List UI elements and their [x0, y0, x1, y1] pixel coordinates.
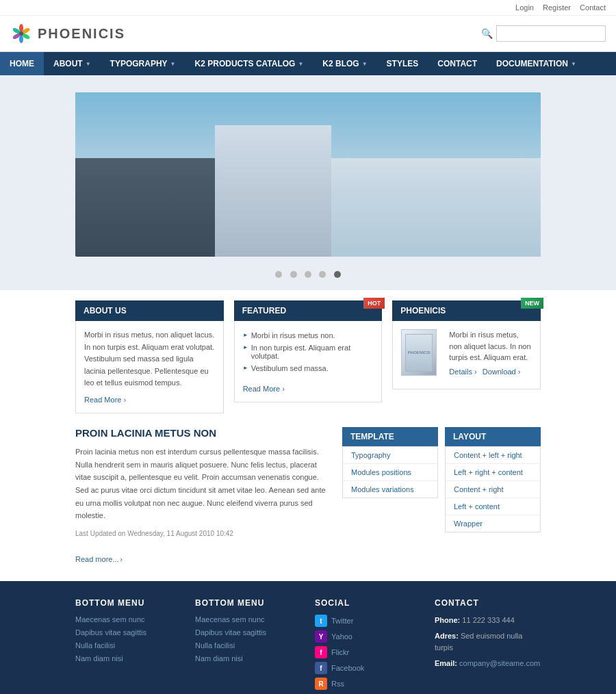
- slider-dot-3[interactable]: [305, 271, 311, 278]
- footer-contact: CONTACT Phone: 11 222 333 444 Adres: Sed…: [435, 598, 541, 693]
- email-label: Email:: [435, 659, 457, 667]
- about-card: ABOUT US Morbi in risus metus, non aliqu…: [75, 300, 224, 413]
- slider-dots: [0, 264, 616, 287]
- main-side-section: PROIN LACINIA METUS NON Proin lacinia me…: [75, 427, 541, 564]
- footer-m1-link-1[interactable]: Maecenas sem nunc: [75, 615, 145, 624]
- slider-dot-4[interactable]: [319, 271, 326, 278]
- footer-menu1-title: BOTTOM MENU: [75, 598, 181, 608]
- phoenicis-card-inner: PHOENICIS Morbi in risus metus, non aliq…: [401, 329, 532, 381]
- nav-k2blog-arrow: ▼: [362, 61, 368, 67]
- featured-card: FEATURED HOT Morbi in risus metus non. I…: [234, 300, 383, 413]
- about-read-more-arrow: ›: [124, 396, 126, 404]
- layout-link-4[interactable]: Left + content: [446, 498, 540, 515]
- logo-text: PHOENICIS: [38, 26, 125, 42]
- layout-link-2[interactable]: Left + right + content: [446, 464, 540, 481]
- product-links: Details Download: [449, 368, 532, 376]
- nav-about[interactable]: ABOUT ▼: [44, 52, 101, 75]
- rss-link[interactable]: Rss: [331, 680, 344, 688]
- main-article-title: PROIN LACINIA METUS NON: [75, 427, 332, 439]
- nav-home[interactable]: HOME: [0, 52, 44, 75]
- template-header: TEMPLATE: [342, 427, 438, 446]
- layout-link-3[interactable]: Content + right: [446, 481, 540, 498]
- product-image: PHOENICIS: [401, 329, 442, 381]
- layout-link-5[interactable]: Wrapper: [446, 515, 540, 532]
- slider-dot-5[interactable]: [334, 271, 341, 278]
- footer-email: Email: company@siteame.com: [435, 658, 541, 670]
- yahoo-icon: Y: [315, 630, 327, 643]
- slider-dot-2[interactable]: [290, 271, 297, 278]
- footer-menu-1: BOTTOM MENU Maecenas sem nunc Dapibus vi…: [75, 598, 181, 693]
- footer-menu2-title: BOTTOM MENU: [195, 598, 301, 608]
- details-link[interactable]: Details: [449, 368, 476, 376]
- template-link-1[interactable]: Typography: [343, 447, 437, 464]
- phone-label: Phone:: [435, 616, 460, 624]
- featured-item-2: In non turpis est. Aliquam erat volutpat…: [243, 342, 374, 362]
- phoenicis-card: PHOENICIS NEW PHOENICIS Morbi in risus m…: [392, 300, 541, 413]
- login-link[interactable]: Login: [515, 3, 534, 12]
- flickr-link[interactable]: Flickr: [331, 648, 349, 656]
- phoenicis-card-title: PHOENICIS: [400, 306, 446, 316]
- footer-contact-title: CONTACT: [435, 598, 541, 608]
- download-link[interactable]: Download: [483, 368, 521, 376]
- slider-dot-1[interactable]: [275, 271, 282, 278]
- phone-number: 11 222 333 444: [462, 616, 514, 624]
- footer-m2-link-4[interactable]: Nam diam nisi: [195, 654, 243, 663]
- footer-m1-link-2[interactable]: Dapibus vitae sagittis: [75, 628, 146, 637]
- featured-read-more[interactable]: Read More: [243, 385, 280, 393]
- social-flickr: f Flickr: [315, 646, 421, 658]
- footer-m2-link-3[interactable]: Nulla facilisi: [195, 641, 235, 650]
- main-article-body: Proin lacinia metus non est interdum cur…: [75, 446, 332, 522]
- search-icon: 🔍: [481, 28, 493, 39]
- address-label: Adres:: [435, 632, 459, 640]
- product-logo-text: PHOENICIS: [408, 350, 431, 355]
- nav-styles[interactable]: STYLES: [377, 52, 428, 75]
- search-input[interactable]: [496, 25, 606, 42]
- logo-icon: [10, 23, 32, 44]
- template-link-3[interactable]: Modules variations: [343, 481, 437, 498]
- side-panels: TEMPLATE Typography Modules positions Mo…: [342, 427, 541, 564]
- svg-point-0: [19, 24, 23, 32]
- footer-menu2-list: Maecenas sem nunc Dapibus vitae sagittis…: [195, 615, 301, 663]
- main-read-more[interactable]: Read more... ›: [75, 555, 123, 563]
- nav-about-arrow: ▼: [86, 61, 91, 67]
- three-cards-row: ABOUT US Morbi in risus metus, non aliqu…: [75, 300, 541, 413]
- social-facebook: f Facebook: [315, 662, 421, 674]
- facebook-link[interactable]: Facebook: [331, 664, 364, 672]
- footer-menu-2: BOTTOM MENU Maecenas sem nunc Dapibus vi…: [195, 598, 301, 693]
- featured-card-header: FEATURED HOT: [234, 300, 383, 321]
- footer-columns: BOTTOM MENU Maecenas sem nunc Dapibus vi…: [75, 598, 541, 693]
- layout-header: LAYOUT: [445, 427, 541, 446]
- top-bar: Login Register Contact: [0, 0, 616, 16]
- layout-link-1[interactable]: Content + left + right: [446, 447, 540, 464]
- template-list: Typography Modules positions Modules var…: [342, 446, 438, 498]
- featured-badge: HOT: [363, 298, 385, 309]
- nav-typography[interactable]: TYPOGRAPHY ▼: [101, 52, 185, 75]
- template-link-2[interactable]: Modules positions: [343, 464, 437, 481]
- register-link[interactable]: Register: [543, 3, 571, 12]
- nav-k2blog[interactable]: K2 BLOG ▼: [313, 52, 376, 75]
- last-updated: Last Updated on Wednesday, 11 August 201…: [75, 528, 332, 539]
- product-info: Morbi in risus metus, non aliquet lacus.…: [449, 329, 532, 376]
- footer: BOTTOM MENU Maecenas sem nunc Dapibus vi…: [0, 581, 616, 694]
- search-bar: 🔍: [481, 25, 606, 42]
- about-read-more[interactable]: Read More: [84, 396, 121, 404]
- footer-m1-link-3[interactable]: Nulla facilisi: [75, 641, 115, 650]
- footer-address: Adres: Sed euismod nulla turpis: [435, 630, 541, 654]
- footer-m1-link-4[interactable]: Nam diam nisi: [75, 654, 123, 663]
- template-block: TEMPLATE Typography Modules positions Mo…: [342, 427, 438, 564]
- yahoo-link[interactable]: Yahoo: [331, 632, 352, 641]
- nav-contact[interactable]: CONTACT: [428, 52, 487, 75]
- slider-wrapper: // We'll use a JS loop to add grid cells…: [0, 92, 616, 257]
- phoenicis-card-body: PHOENICIS Morbi in risus metus, non aliq…: [392, 321, 541, 389]
- about-card-header: ABOUT US: [75, 300, 224, 321]
- contact-link[interactable]: Contact: [580, 3, 606, 12]
- email-link[interactable]: company@siteame.com: [459, 659, 540, 667]
- twitter-link[interactable]: Twitter: [331, 617, 353, 625]
- nav-documentation[interactable]: DOCUMENTATION ▼: [487, 52, 586, 75]
- nav-typography-arrow: ▼: [170, 61, 176, 67]
- nav-k2products[interactable]: K2 PRODUCTS CATALOG ▼: [185, 52, 313, 75]
- footer-m2-link-2[interactable]: Dapibus vitae sagittis: [195, 628, 266, 637]
- footer-phone: Phone: 11 222 333 444: [435, 615, 541, 627]
- rss-icon: R: [315, 678, 327, 690]
- footer-m2-link-1[interactable]: Maecenas sem nunc: [195, 615, 265, 624]
